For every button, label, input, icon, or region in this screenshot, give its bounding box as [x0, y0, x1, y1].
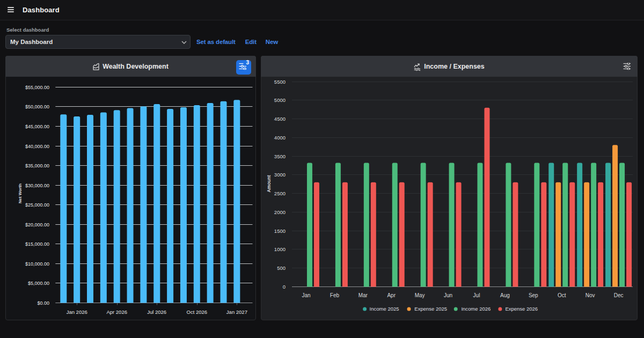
svg-text:$0.00: $0.00 — [37, 300, 49, 306]
svg-text:Apr 2026: Apr 2026 — [106, 309, 127, 315]
svg-text:Jul 2026: Jul 2026 — [147, 309, 166, 315]
svg-text:Apr: Apr — [387, 292, 396, 298]
svg-text:Jan 2026: Jan 2026 — [67, 309, 87, 315]
svg-text:0: 0 — [283, 284, 286, 290]
svg-text:$50,000.00: $50,000.00 — [25, 104, 49, 109]
svg-text:$25,000.00: $25,000.00 — [25, 202, 49, 208]
svg-text:Jul: Jul — [473, 292, 480, 298]
svg-text:$40,000.00: $40,000.00 — [25, 144, 49, 149]
svg-text:Income 2025: Income 2025 — [370, 306, 399, 312]
svg-text:Expense 2025: Expense 2025 — [414, 306, 447, 312]
svg-text:$20,000.00: $20,000.00 — [25, 222, 49, 227]
svg-text:Oct: Oct — [558, 292, 566, 298]
svg-text:Jan: Jan — [302, 292, 310, 298]
svg-text:Feb: Feb — [330, 292, 340, 298]
svg-text:4000: 4000 — [274, 135, 286, 141]
svg-text:Jun: Jun — [444, 292, 452, 298]
svg-text:2500: 2500 — [274, 190, 286, 196]
svg-text:3500: 3500 — [274, 153, 286, 159]
svg-text:1000: 1000 — [274, 246, 286, 252]
svg-text:Expense 2026: Expense 2026 — [505, 306, 538, 312]
svg-text:Income 2026: Income 2026 — [461, 306, 491, 312]
svg-text:Nov: Nov — [586, 292, 595, 298]
svg-text:500: 500 — [277, 265, 286, 271]
svg-text:$15,000.00: $15,000.00 — [25, 241, 49, 247]
svg-text:May: May — [415, 292, 425, 298]
svg-text:1500: 1500 — [274, 228, 286, 234]
svg-text:3000: 3000 — [274, 172, 286, 178]
svg-text:Amount: Amount — [266, 175, 272, 192]
svg-text:4500: 4500 — [274, 116, 286, 122]
svg-text:$30,000.00: $30,000.00 — [25, 183, 49, 188]
svg-text:5000: 5000 — [274, 97, 286, 103]
svg-text:Dec: Dec — [614, 292, 624, 298]
svg-text:$10,000.00: $10,000.00 — [25, 261, 49, 267]
svg-text:Oct 2026: Oct 2026 — [187, 309, 208, 315]
svg-text:Aug: Aug — [500, 292, 510, 298]
svg-text:Jan 2027: Jan 2027 — [226, 309, 247, 315]
svg-text:$5,000.00: $5,000.00 — [28, 281, 49, 286]
svg-text:Mar: Mar — [358, 292, 368, 298]
svg-text:Sep: Sep — [529, 292, 538, 298]
svg-text:$45,000.00: $45,000.00 — [25, 124, 49, 129]
svg-text:2000: 2000 — [274, 209, 286, 215]
svg-text:Net Worth: Net Worth — [18, 183, 23, 203]
svg-text:5500: 5500 — [274, 79, 286, 85]
svg-text:$55,000.00: $55,000.00 — [25, 85, 49, 90]
svg-text:$35,000.00: $35,000.00 — [25, 163, 49, 168]
